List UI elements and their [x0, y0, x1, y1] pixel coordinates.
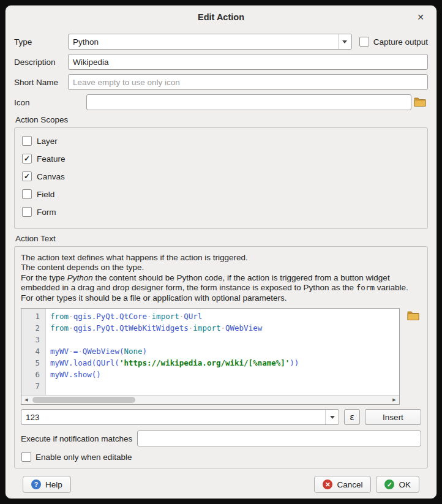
- description-paragraph: The action text defines what happens if …: [21, 253, 421, 263]
- description-input[interactable]: [68, 54, 428, 70]
- notification-label: Execute if notification matches: [21, 434, 132, 443]
- code-line: [50, 380, 399, 392]
- enable-editable-checkbox[interactable]: ✓ Enable only when editable: [21, 452, 421, 462]
- action-text-frame: The action text defines what happens if …: [14, 246, 428, 468]
- code-line: [50, 334, 399, 345]
- variable-row: 123 ε Insert: [21, 409, 421, 425]
- code-editor-gutter: 1234567: [21, 309, 46, 395]
- capture-output-label: Capture output: [373, 37, 428, 47]
- cancel-button[interactable]: ✕ Cancel: [314, 476, 371, 493]
- line-number: 3: [21, 334, 45, 345]
- scrollbar-thumb[interactable]: [32, 397, 135, 403]
- notification-row: Execute if notification matches: [21, 431, 421, 446]
- variable-combobox[interactable]: 123: [21, 409, 339, 425]
- scrollbar-track[interactable]: [31, 396, 389, 404]
- cancel-button-label: Cancel: [337, 480, 362, 489]
- line-number: 2: [21, 322, 45, 334]
- epsilon-icon: ε: [350, 412, 354, 422]
- checkbox-box[interactable]: ✓: [22, 154, 32, 164]
- type-combobox-arrow[interactable]: [338, 34, 351, 49]
- type-combobox[interactable]: Python: [68, 34, 352, 50]
- checkbox-label: Field: [37, 190, 54, 199]
- type-combobox-value: Python: [69, 34, 338, 49]
- chevron-down-icon: [342, 40, 347, 43]
- icon-label: Icon: [14, 98, 86, 107]
- action-text-description: The action text defines what happens if …: [21, 253, 421, 303]
- icon-path-input[interactable]: [86, 94, 411, 110]
- action-file-browse-button[interactable]: [405, 308, 421, 324]
- description-label: Description: [14, 58, 68, 67]
- folder-icon: [407, 310, 419, 322]
- icon-browse-button[interactable]: [411, 94, 428, 110]
- description-paragraph: For other types it should be a file or a…: [21, 293, 421, 303]
- close-icon[interactable]: ✕: [414, 11, 427, 23]
- code-line: myWV·=·QWebView(None): [50, 345, 399, 357]
- line-number: 7: [21, 380, 45, 392]
- type-row: Type Python ✓ Capture output: [14, 34, 428, 50]
- code-editor-hscrollbar[interactable]: ◀ ▶: [21, 395, 399, 404]
- checkbox-box[interactable]: ✓: [22, 207, 32, 217]
- titlebar: Edit Action ✕: [6, 6, 436, 29]
- code-line: from·qgis.PyQt.QtWebKitWidgets·import·QW…: [50, 322, 399, 334]
- scroll-left-arrow-icon[interactable]: ◀: [21, 396, 31, 404]
- description-paragraph: For the type Python the content should b…: [21, 273, 421, 293]
- short-name-label: Short Name: [14, 78, 68, 87]
- checkbox-layer[interactable]: ✓Layer: [22, 136, 420, 146]
- chevron-down-icon: [330, 416, 335, 419]
- dialog-footer: ? Help ✕ Cancel ✓ OK: [14, 468, 428, 493]
- code-line: myWV.load(QUrl('https://wikipedia.org/wi…: [50, 357, 399, 369]
- folder-icon: [414, 97, 426, 108]
- dialog-title: Edit Action: [198, 12, 244, 22]
- check-icon: ✓: [24, 155, 30, 162]
- description-paragraph: The content depends on the type.: [21, 263, 421, 273]
- help-icon: ?: [31, 480, 41, 489]
- type-label: Type: [14, 37, 68, 47]
- code-editor[interactable]: 1234567 from·qgis.PyQt.QtCore·import·QUr…: [21, 308, 400, 405]
- variable-combobox-value: 123: [21, 410, 325, 424]
- ok-button[interactable]: ✓ OK: [376, 476, 419, 493]
- checkbox-feature[interactable]: ✓Feature: [22, 154, 420, 164]
- checkbox-box[interactable]: ✓: [22, 136, 32, 146]
- edit-action-dialog: Edit Action ✕ Type Python ✓ Capture outp…: [5, 5, 437, 499]
- action-text-title: Action Text: [15, 234, 427, 243]
- ok-button-label: OK: [399, 480, 411, 489]
- checkbox-field[interactable]: ✓Field: [22, 189, 420, 199]
- action-text-group: Action Text The action text defines what…: [14, 234, 428, 468]
- line-number: 4: [21, 345, 45, 357]
- checkbox-form[interactable]: ✓Form: [22, 207, 420, 217]
- enable-editable-checkbox-box[interactable]: ✓: [21, 452, 31, 462]
- description-row: Description: [14, 54, 428, 70]
- notification-input[interactable]: [137, 431, 421, 446]
- scroll-right-arrow-icon[interactable]: ▶: [389, 396, 399, 404]
- capture-output-checkbox-box[interactable]: ✓: [359, 37, 369, 47]
- cancel-icon: ✕: [323, 480, 332, 489]
- capture-output-checkbox[interactable]: ✓ Capture output: [359, 37, 428, 47]
- action-scopes-list: ✓Layer✓Feature✓Canvas✓Field✓Form: [14, 127, 428, 229]
- help-button[interactable]: ? Help: [23, 476, 71, 493]
- line-number: 5: [21, 357, 45, 369]
- help-button-label: Help: [45, 480, 62, 489]
- code-editor-body: 1234567 from·qgis.PyQt.QtCore·import·QUr…: [21, 309, 399, 395]
- dialog-content: Type Python ✓ Capture output Description…: [6, 29, 436, 493]
- checkbox-box[interactable]: ✓: [22, 189, 32, 199]
- ok-icon: ✓: [384, 480, 394, 489]
- check-icon: ✓: [24, 173, 30, 180]
- action-scopes-group: Action Scopes ✓Layer✓Feature✓Canvas✓Fiel…: [14, 115, 428, 229]
- checkbox-label: Layer: [37, 137, 58, 146]
- line-number: 6: [21, 369, 45, 380]
- short-name-input[interactable]: [68, 74, 428, 90]
- checkbox-label: Form: [37, 208, 56, 217]
- checkbox-label: Feature: [37, 154, 66, 164]
- checkbox-box[interactable]: ✓: [22, 171, 32, 181]
- line-number: 1: [21, 310, 45, 322]
- variable-combobox-arrow[interactable]: [325, 410, 339, 424]
- insert-button[interactable]: Insert: [365, 409, 421, 425]
- checkbox-label: Canvas: [37, 172, 65, 181]
- checkbox-canvas[interactable]: ✓Canvas: [22, 171, 420, 181]
- expression-builder-button[interactable]: ε: [344, 409, 360, 425]
- enable-editable-label: Enable only when editable: [36, 453, 132, 462]
- code-editor-text[interactable]: from·qgis.PyQt.QtCore·import·QUrlfrom·qg…: [46, 309, 399, 395]
- code-editor-row: 1234567 from·qgis.PyQt.QtCore·import·QUr…: [21, 308, 421, 405]
- short-name-row: Short Name: [14, 74, 428, 90]
- code-line: from·qgis.PyQt.QtCore·import·QUrl: [50, 310, 399, 322]
